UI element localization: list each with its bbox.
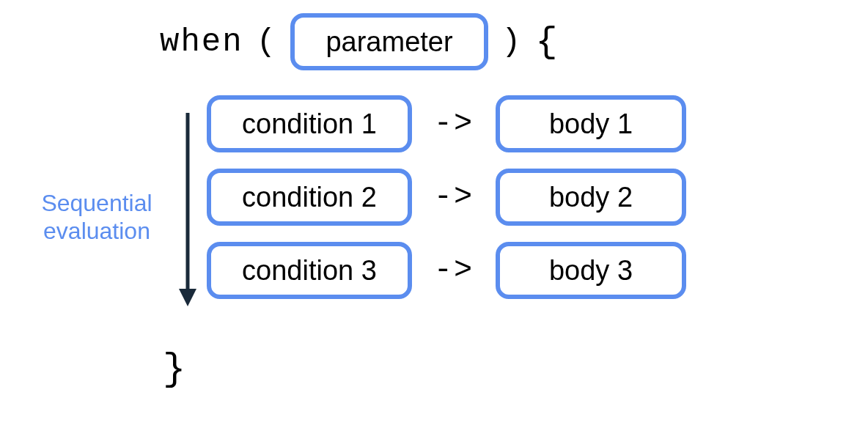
svg-marker-1 [179, 289, 196, 306]
sequential-evaluation-label: Sequential evaluation [23, 189, 170, 246]
annotation-line1: Sequential [41, 190, 152, 216]
branch-row: condition 1 -> body 1 [207, 95, 686, 152]
body-box: body 3 [496, 242, 686, 299]
annotation-line2: evaluation [43, 218, 150, 244]
when-keyword: when [160, 23, 243, 60]
parameter-box: parameter [290, 13, 488, 70]
branch-rows: condition 1 -> body 1 condition 2 -> bod… [207, 95, 686, 299]
body-box: body 1 [496, 95, 686, 152]
when-header-row: when ( parameter ) { [160, 13, 559, 70]
branch-row: condition 3 -> body 3 [207, 242, 686, 299]
open-paren: ( [257, 23, 277, 60]
arrow-operator: -> [428, 253, 479, 288]
close-paren: ) [501, 23, 522, 60]
arrow-operator: -> [428, 180, 479, 215]
down-arrow-icon [173, 110, 202, 308]
condition-box: condition 2 [207, 169, 412, 226]
body-box: body 2 [496, 169, 686, 226]
open-brace: { [535, 21, 559, 63]
arrow-operator: -> [428, 106, 479, 141]
close-brace: } [163, 348, 185, 391]
condition-box: condition 3 [207, 242, 412, 299]
condition-box: condition 1 [207, 95, 412, 152]
branch-row: condition 2 -> body 2 [207, 169, 686, 226]
